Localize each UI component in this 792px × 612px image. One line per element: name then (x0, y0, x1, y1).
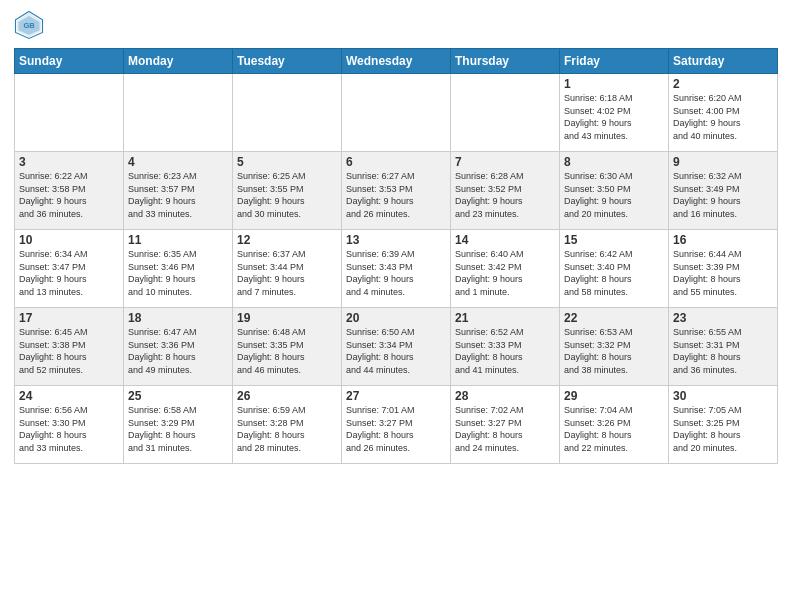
header-cell-tuesday: Tuesday (233, 49, 342, 74)
day-number: 18 (128, 311, 228, 325)
calendar-cell: 8Sunrise: 6:30 AM Sunset: 3:50 PM Daylig… (560, 152, 669, 230)
logo-icon: GB (14, 10, 44, 40)
calendar-cell (15, 74, 124, 152)
calendar-cell: 4Sunrise: 6:23 AM Sunset: 3:57 PM Daylig… (124, 152, 233, 230)
day-info: Sunrise: 6:55 AM Sunset: 3:31 PM Dayligh… (673, 326, 773, 376)
calendar-body: 1Sunrise: 6:18 AM Sunset: 4:02 PM Daylig… (15, 74, 778, 464)
calendar-cell: 5Sunrise: 6:25 AM Sunset: 3:55 PM Daylig… (233, 152, 342, 230)
day-info: Sunrise: 6:40 AM Sunset: 3:42 PM Dayligh… (455, 248, 555, 298)
calendar-cell: 14Sunrise: 6:40 AM Sunset: 3:42 PM Dayli… (451, 230, 560, 308)
calendar-cell (342, 74, 451, 152)
day-info: Sunrise: 6:42 AM Sunset: 3:40 PM Dayligh… (564, 248, 664, 298)
calendar-header: SundayMondayTuesdayWednesdayThursdayFrid… (15, 49, 778, 74)
day-number: 23 (673, 311, 773, 325)
day-number: 5 (237, 155, 337, 169)
day-number: 22 (564, 311, 664, 325)
day-info: Sunrise: 6:50 AM Sunset: 3:34 PM Dayligh… (346, 326, 446, 376)
calendar-cell: 22Sunrise: 6:53 AM Sunset: 3:32 PM Dayli… (560, 308, 669, 386)
calendar-cell (233, 74, 342, 152)
calendar-cell: 11Sunrise: 6:35 AM Sunset: 3:46 PM Dayli… (124, 230, 233, 308)
calendar-cell: 30Sunrise: 7:05 AM Sunset: 3:25 PM Dayli… (669, 386, 778, 464)
day-info: Sunrise: 6:20 AM Sunset: 4:00 PM Dayligh… (673, 92, 773, 142)
day-number: 6 (346, 155, 446, 169)
calendar-cell: 1Sunrise: 6:18 AM Sunset: 4:02 PM Daylig… (560, 74, 669, 152)
calendar-cell: 25Sunrise: 6:58 AM Sunset: 3:29 PM Dayli… (124, 386, 233, 464)
day-info: Sunrise: 6:59 AM Sunset: 3:28 PM Dayligh… (237, 404, 337, 454)
day-number: 30 (673, 389, 773, 403)
calendar-cell: 18Sunrise: 6:47 AM Sunset: 3:36 PM Dayli… (124, 308, 233, 386)
calendar-cell (124, 74, 233, 152)
day-info: Sunrise: 7:05 AM Sunset: 3:25 PM Dayligh… (673, 404, 773, 454)
day-info: Sunrise: 6:45 AM Sunset: 3:38 PM Dayligh… (19, 326, 119, 376)
header-cell-monday: Monday (124, 49, 233, 74)
day-info: Sunrise: 6:27 AM Sunset: 3:53 PM Dayligh… (346, 170, 446, 220)
day-number: 27 (346, 389, 446, 403)
calendar-cell: 20Sunrise: 6:50 AM Sunset: 3:34 PM Dayli… (342, 308, 451, 386)
day-info: Sunrise: 6:23 AM Sunset: 3:57 PM Dayligh… (128, 170, 228, 220)
day-info: Sunrise: 6:48 AM Sunset: 3:35 PM Dayligh… (237, 326, 337, 376)
calendar-cell: 23Sunrise: 6:55 AM Sunset: 3:31 PM Dayli… (669, 308, 778, 386)
day-number: 26 (237, 389, 337, 403)
day-number: 14 (455, 233, 555, 247)
calendar-cell: 10Sunrise: 6:34 AM Sunset: 3:47 PM Dayli… (15, 230, 124, 308)
day-info: Sunrise: 6:44 AM Sunset: 3:39 PM Dayligh… (673, 248, 773, 298)
day-number: 20 (346, 311, 446, 325)
week-row-4: 24Sunrise: 6:56 AM Sunset: 3:30 PM Dayli… (15, 386, 778, 464)
calendar-cell: 28Sunrise: 7:02 AM Sunset: 3:27 PM Dayli… (451, 386, 560, 464)
day-number: 3 (19, 155, 119, 169)
calendar-cell: 29Sunrise: 7:04 AM Sunset: 3:26 PM Dayli… (560, 386, 669, 464)
day-number: 16 (673, 233, 773, 247)
day-info: Sunrise: 6:22 AM Sunset: 3:58 PM Dayligh… (19, 170, 119, 220)
day-number: 17 (19, 311, 119, 325)
day-info: Sunrise: 6:47 AM Sunset: 3:36 PM Dayligh… (128, 326, 228, 376)
day-info: Sunrise: 6:25 AM Sunset: 3:55 PM Dayligh… (237, 170, 337, 220)
day-number: 24 (19, 389, 119, 403)
day-info: Sunrise: 6:34 AM Sunset: 3:47 PM Dayligh… (19, 248, 119, 298)
day-number: 25 (128, 389, 228, 403)
day-info: Sunrise: 6:56 AM Sunset: 3:30 PM Dayligh… (19, 404, 119, 454)
calendar-table: SundayMondayTuesdayWednesdayThursdayFrid… (14, 48, 778, 464)
calendar-cell: 13Sunrise: 6:39 AM Sunset: 3:43 PM Dayli… (342, 230, 451, 308)
header-cell-thursday: Thursday (451, 49, 560, 74)
day-number: 21 (455, 311, 555, 325)
week-row-0: 1Sunrise: 6:18 AM Sunset: 4:02 PM Daylig… (15, 74, 778, 152)
day-info: Sunrise: 6:18 AM Sunset: 4:02 PM Dayligh… (564, 92, 664, 142)
day-info: Sunrise: 6:39 AM Sunset: 3:43 PM Dayligh… (346, 248, 446, 298)
day-number: 12 (237, 233, 337, 247)
calendar-cell (451, 74, 560, 152)
calendar-cell: 7Sunrise: 6:28 AM Sunset: 3:52 PM Daylig… (451, 152, 560, 230)
day-number: 9 (673, 155, 773, 169)
calendar-cell: 2Sunrise: 6:20 AM Sunset: 4:00 PM Daylig… (669, 74, 778, 152)
day-number: 28 (455, 389, 555, 403)
calendar-cell: 26Sunrise: 6:59 AM Sunset: 3:28 PM Dayli… (233, 386, 342, 464)
day-info: Sunrise: 6:35 AM Sunset: 3:46 PM Dayligh… (128, 248, 228, 298)
day-info: Sunrise: 6:52 AM Sunset: 3:33 PM Dayligh… (455, 326, 555, 376)
calendar-cell: 3Sunrise: 6:22 AM Sunset: 3:58 PM Daylig… (15, 152, 124, 230)
calendar-cell: 21Sunrise: 6:52 AM Sunset: 3:33 PM Dayli… (451, 308, 560, 386)
header-cell-wednesday: Wednesday (342, 49, 451, 74)
calendar-cell: 15Sunrise: 6:42 AM Sunset: 3:40 PM Dayli… (560, 230, 669, 308)
calendar-cell: 9Sunrise: 6:32 AM Sunset: 3:49 PM Daylig… (669, 152, 778, 230)
day-number: 19 (237, 311, 337, 325)
header-cell-friday: Friday (560, 49, 669, 74)
day-number: 8 (564, 155, 664, 169)
logo: GB (14, 10, 48, 40)
day-number: 1 (564, 77, 664, 91)
day-number: 29 (564, 389, 664, 403)
day-number: 13 (346, 233, 446, 247)
svg-text:GB: GB (23, 21, 35, 30)
day-number: 7 (455, 155, 555, 169)
day-info: Sunrise: 6:32 AM Sunset: 3:49 PM Dayligh… (673, 170, 773, 220)
page-container: GB SundayMondayTuesdayWednesdayThursdayF… (0, 0, 792, 474)
day-number: 10 (19, 233, 119, 247)
week-row-3: 17Sunrise: 6:45 AM Sunset: 3:38 PM Dayli… (15, 308, 778, 386)
header-cell-sunday: Sunday (15, 49, 124, 74)
day-info: Sunrise: 6:30 AM Sunset: 3:50 PM Dayligh… (564, 170, 664, 220)
week-row-2: 10Sunrise: 6:34 AM Sunset: 3:47 PM Dayli… (15, 230, 778, 308)
day-number: 2 (673, 77, 773, 91)
calendar-cell: 19Sunrise: 6:48 AM Sunset: 3:35 PM Dayli… (233, 308, 342, 386)
day-info: Sunrise: 6:37 AM Sunset: 3:44 PM Dayligh… (237, 248, 337, 298)
day-info: Sunrise: 7:02 AM Sunset: 3:27 PM Dayligh… (455, 404, 555, 454)
day-info: Sunrise: 7:01 AM Sunset: 3:27 PM Dayligh… (346, 404, 446, 454)
day-info: Sunrise: 6:58 AM Sunset: 3:29 PM Dayligh… (128, 404, 228, 454)
